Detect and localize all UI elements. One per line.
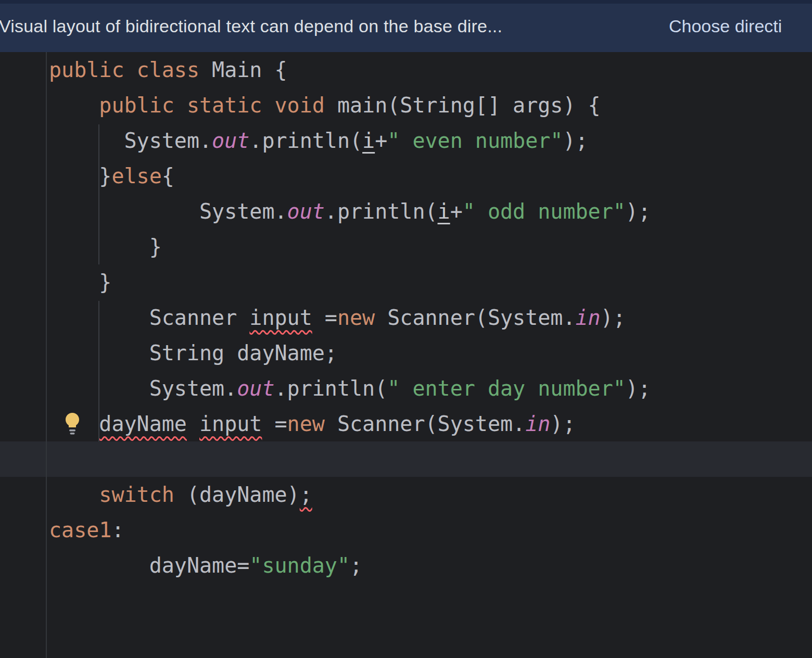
code-token: case1	[49, 518, 111, 542]
code-token: System.	[149, 376, 237, 400]
code-line[interactable]: System.out.println(i+" even number");	[0, 123, 812, 158]
code-line[interactable]: }else{	[0, 158, 812, 194]
code-token: main(String[] args) {	[325, 93, 601, 117]
code-line[interactable]: switch (dayName);	[0, 477, 812, 512]
code-text: Scanner input =new Scanner(System.in);	[49, 306, 626, 330]
code-token	[174, 93, 187, 117]
code-token: void	[275, 93, 325, 117]
code-token: {	[162, 164, 174, 188]
code-token	[124, 58, 137, 82]
code-token: switch	[99, 483, 174, 507]
code-token: =	[262, 412, 287, 436]
code-token: }	[99, 164, 111, 188]
code-line[interactable]: }	[0, 229, 812, 264]
code-token: " enter day number"	[387, 376, 626, 400]
code-line[interactable]: String dayName;	[0, 335, 812, 371]
code-line[interactable]: dayName="sunday";	[0, 548, 812, 583]
code-text: switch (dayName);	[49, 483, 312, 507]
code-line[interactable]: System.out.println(" enter day number");	[0, 371, 812, 406]
banner-message: Visual layout of bidirectional text can …	[0, 16, 502, 36]
code-line[interactable]: public class Main {	[0, 52, 812, 87]
code-token: .println(	[249, 129, 362, 153]
choose-direction-link[interactable]: Choose directi	[669, 16, 782, 36]
code-token: .println(	[325, 199, 438, 223]
code-token: .println(	[274, 376, 387, 400]
code-token: );	[626, 199, 651, 223]
code-token: else	[111, 164, 161, 188]
code-text: public class Main {	[49, 58, 287, 82]
code-token: input	[249, 306, 312, 330]
code-text: }else{	[49, 164, 174, 188]
code-token: );	[550, 412, 575, 436]
indent-guide	[98, 301, 99, 441]
code-token: ;	[300, 483, 312, 507]
code-token: input	[199, 412, 262, 436]
lightbulb-icon[interactable]	[65, 410, 80, 433]
code-token: in	[575, 306, 600, 330]
code-token: out	[237, 376, 274, 400]
code-line[interactable]: public static void main(String[] args) {	[0, 87, 812, 123]
code-token: System.	[124, 129, 212, 153]
code-token: :	[111, 518, 124, 542]
code-token: Scanner(System.	[325, 412, 525, 436]
code-token: new	[337, 306, 375, 330]
gutter-separator	[46, 52, 47, 658]
code-token: System.	[199, 199, 287, 223]
code-line[interactable]: dayName input =new Scanner(System.in);	[0, 406, 812, 441]
code-token	[262, 93, 274, 117]
code-token: "sunday"	[249, 553, 350, 577]
code-text: String dayName;	[49, 341, 337, 365]
code-token: }	[99, 270, 111, 294]
code-token: dayName	[99, 412, 187, 436]
code-token: ;	[350, 553, 362, 577]
code-token: " odd number"	[463, 199, 626, 223]
indent-guide	[98, 124, 99, 264]
code-token: Scanner	[149, 306, 250, 330]
code-area: public class Main { public static void m…	[0, 52, 812, 583]
code-token: static	[187, 93, 262, 117]
code-text: dayName="sunday";	[49, 553, 362, 577]
code-token: (dayName)	[174, 483, 300, 507]
code-line[interactable]: System.out.println(i+" odd number");	[0, 194, 812, 229]
code-token: new	[287, 412, 325, 436]
code-line[interactable]: case1:	[0, 512, 812, 548]
code-token: );	[563, 129, 588, 153]
code-token: out	[212, 129, 249, 153]
code-editor[interactable]: public class Main { public static void m…	[0, 52, 812, 658]
code-token: +	[450, 199, 463, 223]
code-text: public static void main(String[] args) {	[49, 93, 601, 117]
code-token: " even number"	[387, 129, 563, 153]
code-line[interactable]: }	[0, 264, 812, 300]
code-token: );	[601, 306, 626, 330]
code-token: public	[49, 58, 124, 82]
code-token	[187, 412, 199, 436]
banner-top-strip	[0, 0, 812, 4]
code-token: public	[99, 93, 174, 117]
code-text: System.out.println(" enter day number");	[49, 376, 651, 400]
code-token: in	[525, 412, 550, 436]
code-text: }	[49, 270, 111, 294]
code-text: }	[49, 235, 162, 259]
code-token: =	[312, 306, 337, 330]
code-token: }	[149, 235, 162, 259]
code-line-caret[interactable]	[0, 441, 812, 477]
bidi-notification-banner: Visual layout of bidirectional text can …	[0, 0, 812, 52]
code-line[interactable]: Scanner input =new Scanner(System.in);	[0, 300, 812, 335]
code-token: +	[375, 129, 387, 153]
code-token: Scanner(System.	[375, 306, 575, 330]
code-text: case1:	[49, 518, 124, 542]
code-token: dayName=	[149, 553, 250, 577]
code-token: );	[626, 376, 651, 400]
code-token: String dayName;	[149, 341, 337, 365]
code-token: i	[362, 129, 375, 153]
code-token: i	[438, 199, 450, 223]
code-token: Main {	[199, 58, 287, 82]
code-text: dayName input =new Scanner(System.in);	[49, 412, 576, 436]
code-text: System.out.println(i+" even number");	[49, 129, 588, 153]
code-token: out	[287, 199, 325, 223]
code-text: System.out.println(i+" odd number");	[49, 199, 651, 223]
code-token: class	[137, 58, 199, 82]
